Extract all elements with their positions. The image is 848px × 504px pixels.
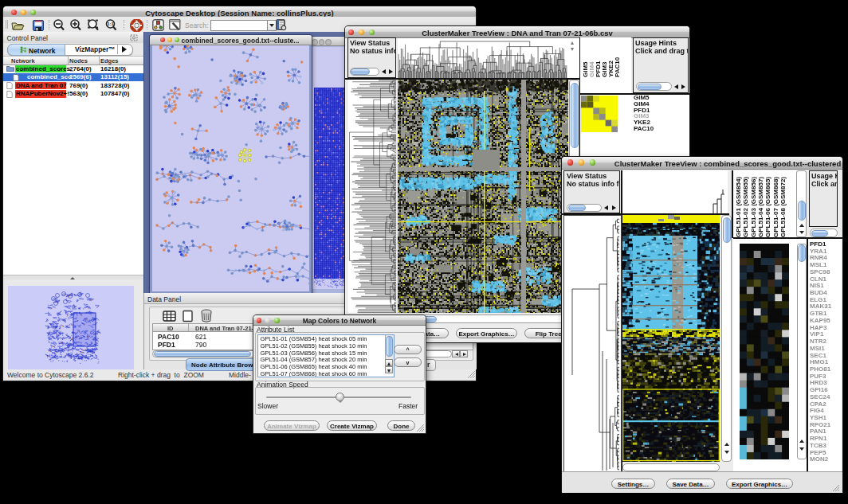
svg-text:1:1: 1:1 <box>108 21 114 26</box>
